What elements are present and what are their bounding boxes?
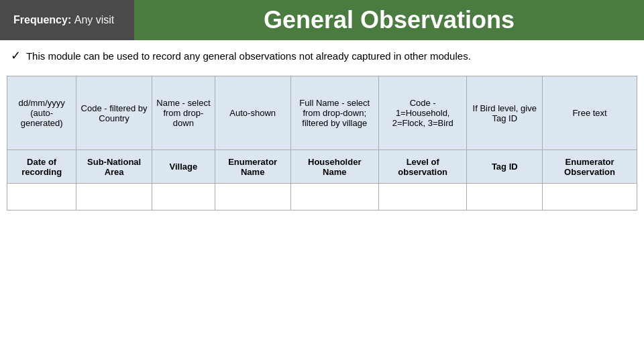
page-header: Frequency: Any visit General Observation…: [0, 0, 644, 40]
hint-observation: Free text: [543, 76, 637, 150]
label-village: Village: [152, 150, 215, 184]
empty-householder: [290, 184, 378, 210]
hint-level: Code - 1=Household, 2=Flock, 3=Bird: [378, 76, 466, 150]
label-row: Date of recording Sub-National Area Vill…: [7, 150, 637, 184]
hint-enumerator: Auto-shown: [215, 76, 290, 150]
hint-village: Name - select from drop-down: [152, 76, 215, 150]
intro-body: This module can be used to record any ge…: [26, 50, 471, 62]
empty-date: [7, 184, 76, 210]
empty-level: [378, 184, 466, 210]
label-date: Date of recording: [7, 150, 76, 184]
hint-subnational: Code - filtered by Country: [76, 76, 152, 150]
empty-observation: [543, 184, 637, 210]
label-level: Level of observation: [378, 150, 466, 184]
table-wrapper: dd/mm/yyyy(auto-generated) Code - filter…: [0, 72, 644, 215]
label-tagid: Tag ID: [467, 150, 543, 184]
empty-tagid: [467, 184, 543, 210]
observations-table: dd/mm/yyyy(auto-generated) Code - filter…: [7, 76, 637, 210]
label-enumerator: Enumerator Name: [215, 150, 290, 184]
label-observation: Enumerator Observation: [543, 150, 637, 184]
frequency-value: Any visit: [74, 14, 115, 26]
label-householder: Householder Name: [290, 150, 378, 184]
empty-village: [152, 184, 215, 210]
hint-date: dd/mm/yyyy(auto-generated): [7, 76, 76, 150]
hint-householder: Full Name - select from drop-down; filte…: [290, 76, 378, 150]
checkmark-icon: ✓: [11, 49, 21, 62]
intro-text: ✓ This module can be used to record any …: [0, 40, 644, 72]
empty-enumerator: [215, 184, 290, 210]
title-section: General Observations: [134, 0, 644, 40]
frequency-label: Frequency:: [13, 14, 71, 26]
empty-subnational: [76, 184, 152, 210]
page-title: General Observations: [264, 6, 515, 34]
label-subnational: Sub-National Area: [76, 150, 152, 184]
hint-tagid: If Bird level, give Tag ID: [467, 76, 543, 150]
hint-row: dd/mm/yyyy(auto-generated) Code - filter…: [7, 76, 637, 150]
frequency-section: Frequency: Any visit: [0, 0, 134, 40]
empty-row: [7, 184, 637, 210]
